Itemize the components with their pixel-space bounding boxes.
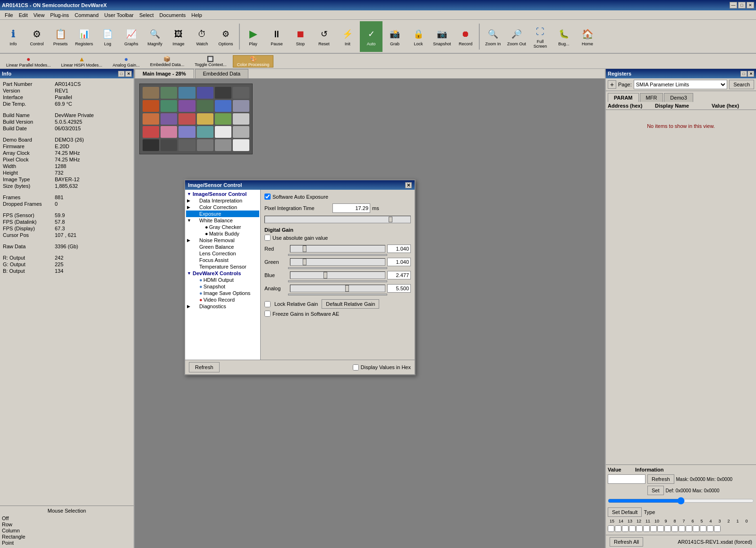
control-button[interactable]: ⚙ Control	[25, 21, 48, 52]
zoomout-button[interactable]: 🔎 Zoom Out	[505, 21, 528, 52]
registers-panel-float-button[interactable]: □	[740, 71, 747, 77]
tree-devwarex-controls[interactable]: ▼ DevWareX Controls	[186, 270, 259, 277]
bit-cb-11[interactable]	[636, 525, 643, 532]
refresh-register-button[interactable]: Refresh	[647, 474, 674, 484]
red-gain-slider-thumb[interactable]	[303, 245, 306, 252]
display-hex-checkbox[interactable]	[353, 364, 359, 371]
auto-exposure-checkbox[interactable]	[264, 194, 271, 200]
menu-user-toolbar[interactable]: User Toolbar	[102, 11, 136, 19]
bit-cb-5[interactable]	[679, 525, 685, 532]
analog-gain-input[interactable]	[387, 284, 411, 293]
tree-image-save[interactable]: ● Image Save Options	[186, 290, 259, 296]
log-button[interactable]: 📄 Log	[96, 21, 119, 52]
default-relative-gain-button[interactable]: Default Relative Gain	[322, 299, 379, 309]
options-button[interactable]: ⚙ Options	[214, 21, 237, 52]
presets-button[interactable]: 📋 Presets	[49, 21, 72, 52]
minimize-button[interactable]: —	[730, 2, 737, 8]
green-gain-input[interactable]	[387, 258, 411, 266]
color-processing-button[interactable]: 🎨 Color Processing	[233, 55, 274, 67]
use-absolute-gain-checkbox[interactable]	[264, 235, 271, 241]
menu-edit[interactable]: Edit	[16, 11, 31, 19]
home-button[interactable]: 🏠 Home	[576, 21, 599, 52]
blue-gain-input[interactable]	[387, 271, 411, 279]
tree-data-interpretation[interactable]: ▶ Data Interpretation	[186, 197, 259, 204]
pixel-integration-input[interactable]	[332, 203, 370, 213]
toggle-context-button[interactable]: 🔲 Toggle Context...	[190, 55, 231, 67]
search-button[interactable]: Search	[729, 80, 754, 89]
lock-button[interactable]: 🔒 Lock	[407, 21, 430, 52]
lock-relative-gain-checkbox[interactable]	[264, 301, 271, 307]
dialog-close-button[interactable]: ✕	[405, 182, 412, 188]
bit-cb-10[interactable]	[643, 525, 650, 532]
set-default-button[interactable]: Set Default	[608, 507, 642, 517]
blue-gain-slider-thumb[interactable]	[323, 272, 327, 278]
tab-mfr[interactable]: MFR	[640, 93, 663, 102]
snapshot-button[interactable]: 📷 Snapshot	[431, 21, 453, 52]
tree-lens-correction[interactable]: Lens Correction	[186, 250, 259, 257]
dialog-refresh-button[interactable]: Refresh	[189, 362, 220, 372]
image-sensor-control-dialog[interactable]: Image/Sensor Control ✕ ▼ Image/Sensor Co…	[184, 179, 416, 375]
tab-param[interactable]: PARAM	[608, 93, 639, 102]
tree-color-correction[interactable]: ▶ Color Correction	[186, 204, 259, 211]
tree-temperature-sensor[interactable]: Temperature Sensor	[186, 263, 259, 270]
reset-button[interactable]: ↺ Reset	[313, 21, 335, 52]
bit-cb-14[interactable]	[615, 525, 621, 532]
magnify-button[interactable]: 🔍 Magnify	[144, 21, 166, 52]
watch-button[interactable]: ⏱ Watch	[191, 21, 213, 52]
init-button[interactable]: ⚡ Init	[336, 21, 359, 52]
record-button[interactable]: ⏺ Record	[454, 21, 477, 52]
bit-cb-9[interactable]	[650, 525, 657, 532]
tab-main-image[interactable]: Main Image - 28%	[135, 69, 194, 78]
graphs-button[interactable]: 📈 Graphs	[120, 21, 143, 52]
bit-cb-2[interactable]	[700, 525, 706, 532]
tree-exposure[interactable]: Exposure	[186, 211, 259, 217]
bit-cb-1[interactable]	[707, 525, 714, 532]
tab-demo3[interactable]: Demo3	[664, 93, 693, 102]
registers-panel-close-button[interactable]: ✕	[748, 71, 754, 77]
bit-cb-3[interactable]	[693, 525, 699, 532]
bit-cb-0[interactable]	[714, 525, 721, 532]
auto-button[interactable]: ✓ Auto	[360, 21, 382, 52]
register-value-input[interactable]	[608, 474, 646, 484]
bit-cb-8[interactable]	[657, 525, 664, 532]
register-slider[interactable]	[608, 497, 754, 505]
bit-cb-12[interactable]	[629, 525, 636, 532]
close-button[interactable]: ✕	[747, 2, 754, 8]
image-button[interactable]: 🖼 Image	[167, 21, 190, 52]
tree-hdmi-output[interactable]: ● HDMI Output	[186, 277, 259, 283]
info-panel-close-button[interactable]: ✕	[125, 71, 132, 77]
registers-button[interactable]: 📊 Registers	[73, 21, 95, 52]
add-page-button[interactable]: +	[608, 80, 616, 89]
bit-cb-15[interactable]	[608, 525, 614, 532]
tree-image-sensor-control[interactable]: ▼ Image/Sensor Control	[186, 191, 259, 197]
tree-noise-removal[interactable]: ▶ Noise Removal	[186, 237, 259, 244]
refresh-all-button[interactable]: Refresh All	[610, 537, 643, 547]
zoomin-button[interactable]: 🔍 Zoom In	[482, 21, 504, 52]
tree-green-balance[interactable]: Green Balance	[186, 244, 259, 250]
tree-focus-assist[interactable]: Focus Assist	[186, 257, 259, 263]
bit-cb-4[interactable]	[686, 525, 692, 532]
linear-hispi-button[interactable]: ▲ Linear HiSPi Modes...	[57, 55, 107, 67]
info-panel-float-button[interactable]: □	[118, 71, 125, 77]
menu-documents[interactable]: Documents	[157, 11, 189, 19]
green-gain-slider-thumb[interactable]	[303, 259, 306, 265]
set-register-button[interactable]: Set	[647, 486, 664, 495]
fullscreen-button[interactable]: ⛶ Full Screen	[529, 21, 552, 52]
bit-cb-6[interactable]	[671, 525, 678, 532]
integration-slider-thumb[interactable]	[389, 217, 392, 222]
tree-white-balance[interactable]: ▼ White Balance	[186, 217, 259, 224]
menu-help[interactable]: Help	[188, 11, 205, 19]
analog-gain-button[interactable]: ● Analog Gain...	[109, 55, 144, 67]
menu-file[interactable]: File	[2, 11, 16, 19]
menu-command[interactable]: Command	[72, 11, 102, 19]
pause-button[interactable]: ⏸ Pause	[265, 21, 288, 52]
tree-snapshot-item[interactable]: ● Snapshot	[186, 283, 259, 290]
bug-button[interactable]: 🐛 Bug...	[552, 21, 575, 52]
tree-matrix-buddy[interactable]: ● Matrix Buddy	[186, 230, 259, 237]
menu-plugins[interactable]: Plug-ins	[47, 11, 72, 19]
bit-cb-13[interactable]	[622, 525, 629, 532]
tree-video-record[interactable]: ● Video Record	[186, 296, 259, 303]
tree-diagnostics[interactable]: ▶ Diagnostics	[186, 303, 259, 310]
linear-parallel-button[interactable]: ● Linear Parallel Modes...	[2, 55, 55, 67]
maximize-button[interactable]: □	[738, 2, 746, 8]
